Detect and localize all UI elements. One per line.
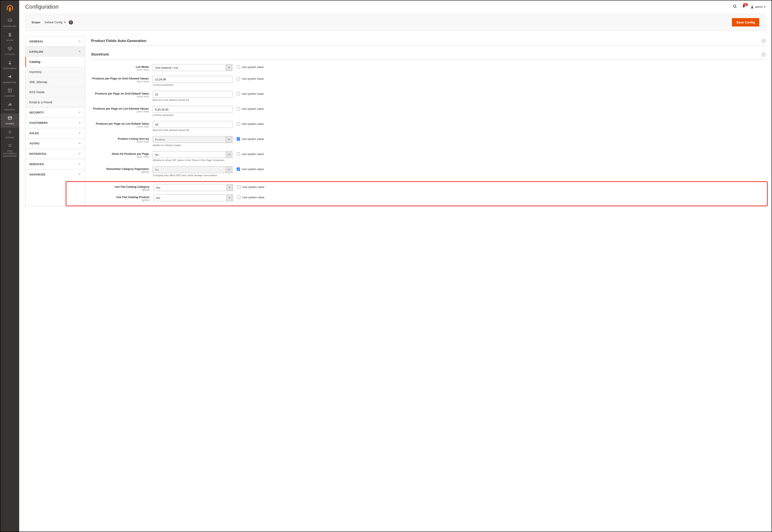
use-system-label: Use system value [242,107,264,110]
flat-catalog-highlight: Use Flat Catalog Category[global]Yes▼Use… [66,181,768,206]
notifications-icon[interactable]: 11 [742,5,746,9]
sidebar-item-stores[interactable]: STORES [0,113,19,127]
collapse-icon [762,53,766,56]
search-icon[interactable] [733,4,737,9]
list-default-input[interactable] [153,121,232,128]
chevron-down-icon [78,173,81,176]
stores-icon [8,116,12,121]
chevron-down-icon [78,111,81,114]
allow-all-select[interactable]: No▼ [153,151,232,158]
sidebar-item-catalog[interactable]: CATALOG [0,44,19,58]
use-system-checkbox[interactable] [237,185,240,189]
use-system-checkbox[interactable] [237,77,240,80]
sidebar-item-content[interactable]: CONTENT [0,86,19,100]
use-system-label: Use system value [242,92,264,95]
chevron-down-icon [78,142,81,145]
chevron-down-icon: ▼ [226,195,233,201]
tab-advanced[interactable]: ADVANCED [25,169,85,180]
list-mode-select[interactable]: Grid (default) / List▼ [153,64,232,71]
use-system-checkbox[interactable] [237,152,240,156]
sidebar-item-system[interactable]: SYSTEM [0,128,19,141]
field-label: Product Listing Sort by [118,137,149,140]
tab-sub-rss-feeds[interactable]: RSS Feeds [25,87,85,97]
tab-label: SERVICES [29,163,44,166]
chevron-down-icon: ▼ [226,151,232,158]
chevron-down-icon [78,40,81,43]
tab-yotpo[interactable]: YOTPO [25,138,85,149]
use-system-value[interactable]: Use system value [233,194,264,199]
flat-prod-select[interactable]: Yes▼ [153,194,233,201]
svg-line-18 [735,7,736,8]
tab-label: SALES [29,132,39,135]
use-system-checkbox[interactable] [237,196,240,199]
chevron-down-icon: ▾ [764,5,766,8]
tab-sub-email-to-a-friend[interactable]: Email to a Friend [25,97,85,107]
tab-sub-xml-sitemap[interactable]: XML Sitemap [25,77,85,87]
use-system-label: Use system value [242,65,264,69]
field-label: Remember Category Pagination [106,167,149,171]
tab-services[interactable]: SERVICES [25,159,85,169]
tab-dotdigital[interactable]: DOTDIGITAL [25,149,85,159]
grid-allowed-input[interactable] [153,76,232,83]
sidebar-item-sales[interactable]: $SALES [0,30,19,44]
field-label: List Mode [136,65,149,68]
scope-select[interactable]: Default Config ▾ [45,21,65,24]
use-system-checkbox[interactable] [237,137,240,141]
sort-by-select: Position▼ [153,136,232,143]
sidebar-item-label: DASHBOARD [3,25,17,27]
field-sort-by: Product Listing Sort by[store view]Posit… [91,136,766,146]
use-system-value[interactable]: Use system value [232,106,264,110]
use-system-value[interactable]: Use system value [232,136,264,141]
tab-general[interactable]: GENERAL [25,36,85,47]
use-system-checkbox[interactable] [237,92,240,95]
tab-sub-catalog[interactable]: Catalog [25,57,85,67]
tab-customers[interactable]: CUSTOMERS [25,118,85,128]
field-flat-prod: Use Flat Catalog Product[global]Yes▼Use … [92,194,765,201]
dashboard-icon [8,18,12,24]
use-system-value[interactable]: Use system value [232,121,264,126]
tab-sub-inventory[interactable]: Inventory [25,67,85,77]
chevron-down-icon [78,163,81,166]
svg-point-17 [733,5,736,8]
flat-cat-select[interactable]: Yes▼ [153,184,233,191]
page-title: Configuration [25,3,733,10]
field-label: Products per Page on Grid Allowed Values [92,77,149,80]
content-icon [8,88,12,94]
sidebar-item-label: FIND PARTNERS & EXTENSIONS [1,150,18,157]
tab-label: ADVANCED [29,173,45,176]
use-system-checkbox[interactable] [237,107,240,110]
sidebar-item-reports[interactable]: REPORTS [0,100,19,113]
list-allowed-input[interactable] [153,106,232,113]
section-storefront[interactable]: Storefront [91,50,766,59]
sidebar-item-find[interactable]: FIND PARTNERS & EXTENSIONS [0,141,19,160]
use-system-value[interactable]: Use system value [232,151,264,156]
use-system-value[interactable]: Use system value [232,64,264,69]
use-system-checkbox[interactable] [237,168,240,171]
sidebar-item-marketing[interactable]: MARKETING [0,72,19,86]
save-config-button[interactable]: Save Config [732,18,759,26]
chevron-down-icon: ▼ [226,64,232,71]
use-system-checkbox[interactable] [237,122,240,126]
field-scope: [store view] [91,155,149,158]
tab-sales[interactable]: SALES [25,128,85,138]
grid-default-input[interactable] [153,91,232,98]
use-system-checkbox[interactable] [237,65,240,69]
config-tabs: GENERALCATALOGCatalogInventoryXML Sitema… [25,36,85,206]
chevron-down-icon [78,132,81,135]
tab-security[interactable]: SECURITY [25,107,85,118]
admin-user-menu[interactable]: admin ▾ [750,5,766,9]
use-system-value[interactable]: Use system value [233,184,264,189]
remember-select: No▼ [153,166,232,173]
sidebar-item-customers[interactable]: CUSTOMERS [0,58,19,72]
help-icon[interactable]: ? [69,20,73,25]
chevron-down-icon: ▼ [226,136,232,143]
tab-catalog[interactable]: CATALOG [25,47,85,57]
magento-logo[interactable] [0,0,19,16]
sidebar-item-dashboard[interactable]: DASHBOARD [0,16,19,30]
tab-label: DOTDIGITAL [29,152,47,155]
use-system-value[interactable]: Use system value [232,76,264,80]
use-system-value[interactable]: Use system value [232,91,264,95]
use-system-value[interactable]: Use system value [232,166,264,171]
admin-user-label: admin [755,5,763,8]
section-product-fields-auto-generation[interactable]: Product Fields Auto-Generation [91,36,766,46]
